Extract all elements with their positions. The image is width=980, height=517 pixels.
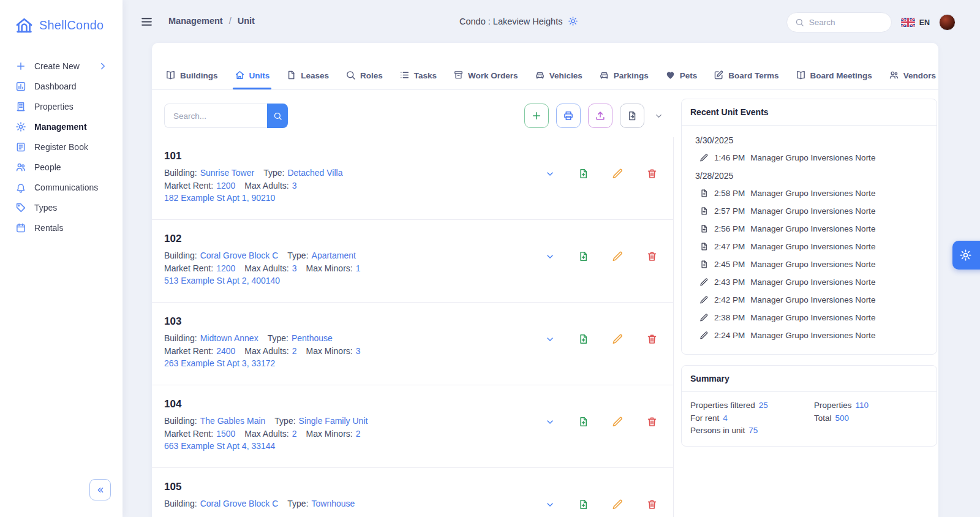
unit-list-section: 101 Building: Sunrise Tower Type: Detach… (152, 90, 674, 517)
sidebar-item[interactable]: Register Book (0, 137, 123, 157)
type-link[interactable]: Single Family Unit (299, 415, 368, 428)
type-link[interactable]: Townhouse (312, 497, 355, 510)
summary-stat: For rent 4 (690, 413, 814, 424)
add-document-icon[interactable] (578, 251, 589, 262)
building-link[interactable]: Midtown Annex (200, 332, 258, 345)
expand-unit-icon[interactable] (545, 169, 555, 179)
edit-unit-icon[interactable] (612, 251, 624, 262)
sidebar-item[interactable]: Types (0, 197, 123, 217)
edit-unit-icon[interactable] (612, 499, 624, 510)
condo-selector: Condo : Lakeview Heights (459, 16, 578, 26)
sidebar-item[interactable]: Create New (0, 56, 123, 76)
building-label: Building: (164, 249, 197, 262)
more-actions-button[interactable] (652, 104, 665, 128)
max-minors-value: 1 (356, 262, 361, 275)
unit-address-link[interactable]: 663 Example St Apt 4, 33144 (164, 440, 275, 453)
tab[interactable]: Work Orders (453, 43, 518, 89)
menu-icon[interactable] (140, 15, 153, 28)
print-button[interactable] (556, 104, 581, 128)
unit-search-button[interactable] (267, 104, 288, 128)
edit-unit-icon[interactable] (612, 416, 624, 428)
add-document-icon[interactable] (578, 168, 589, 179)
bell-icon (15, 182, 26, 193)
building-link[interactable]: Coral Grove Block C (200, 497, 279, 510)
summary-stat-value: 75 (748, 425, 758, 436)
building-link[interactable]: The Gables Main (200, 415, 266, 428)
language-switcher[interactable]: EN (901, 18, 930, 27)
tab[interactable]: Leases (286, 43, 329, 89)
summary-stat-label: Persons in unit (690, 425, 745, 436)
tab[interactable]: Board Terms (714, 43, 778, 89)
expand-unit-icon[interactable] (545, 417, 555, 427)
global-search-input[interactable] (809, 18, 883, 27)
expand-unit-icon[interactable] (545, 334, 555, 344)
tab[interactable]: Vehicles (535, 43, 582, 89)
book-open-icon (165, 70, 176, 80)
search-icon (345, 70, 356, 80)
add-document-icon[interactable] (578, 416, 589, 428)
delete-unit-icon[interactable] (646, 416, 658, 428)
max-adults-label: Max Adults: (244, 179, 288, 192)
delete-unit-icon[interactable] (646, 251, 658, 262)
add-document-icon[interactable] (578, 333, 589, 345)
sidebar-item[interactable]: Communications (0, 177, 123, 197)
tab[interactable]: Pets (665, 43, 698, 89)
add-unit-button[interactable] (524, 104, 549, 128)
upload-button[interactable] (588, 104, 612, 128)
type-link[interactable]: Apartament (312, 249, 356, 262)
unit-search-input[interactable] (164, 104, 267, 128)
tab[interactable]: Board Meetings (796, 43, 872, 89)
breadcrumb-page[interactable]: Unit (238, 16, 255, 26)
expand-unit-icon[interactable] (545, 252, 555, 262)
delete-unit-icon[interactable] (646, 499, 658, 510)
event-time: 2:58 PM (714, 189, 745, 198)
theme-settings-button[interactable] (952, 241, 980, 270)
tab[interactable]: Tasks (399, 43, 437, 89)
sidebar-item-label: Rentals (34, 223, 63, 233)
unit-row: 102 Building: Coral Grove Block C Type: … (152, 220, 673, 303)
app-logo[interactable]: ShellCondo (0, 0, 123, 35)
sidebar-item[interactable]: Properties (0, 96, 123, 116)
search-icon (795, 18, 804, 27)
edit-unit-icon[interactable] (612, 333, 624, 345)
type-label: Type: (263, 167, 284, 179)
breadcrumb-section[interactable]: Management (168, 16, 223, 26)
user-avatar[interactable] (939, 14, 956, 31)
tab[interactable]: Roles (345, 43, 383, 89)
market-rent-label: Market Rent: (164, 179, 213, 192)
unit-address-link[interactable]: 513 Example St Apt 2, 400140 (164, 274, 280, 287)
event-entry: 1:46 PM Manager Grupo Inversiones Norte (695, 149, 932, 167)
sidebar-item[interactable]: Rentals (0, 217, 123, 238)
building-label: Building: (164, 415, 197, 428)
delete-unit-icon[interactable] (646, 168, 658, 179)
tab[interactable]: Buildings (165, 43, 218, 89)
building-link[interactable]: Coral Grove Block C (200, 249, 279, 262)
delete-unit-icon[interactable] (646, 333, 658, 345)
gear-icon (15, 121, 26, 132)
list-icon (399, 70, 410, 80)
export-button[interactable] (620, 104, 644, 128)
add-document-icon[interactable] (578, 499, 589, 510)
summary-stat: Properties 110 (814, 400, 869, 411)
condo-settings-icon[interactable] (568, 16, 578, 26)
expand-unit-icon[interactable] (545, 500, 555, 510)
tab[interactable]: Vendors (889, 43, 936, 89)
event-row: 2:42 PM Manager Grupo Inversiones Norte (695, 291, 932, 309)
building-link[interactable]: Sunrise Tower (200, 167, 254, 179)
file-plus-icon (699, 260, 709, 269)
unit-address-link[interactable]: 182 Example St Apt 1, 90210 (164, 192, 275, 205)
event-user: Manager Grupo Inversiones Norte (750, 206, 875, 216)
tab[interactable]: Parkings (599, 43, 649, 89)
unit-address-link[interactable]: 263 Example St Apt 3, 33172 (164, 357, 275, 370)
type-link[interactable]: Penthouse (292, 332, 333, 345)
event-user: Manager Grupo Inversiones Norte (750, 331, 875, 340)
tab[interactable]: Units (235, 43, 270, 89)
shellcondo-logo-icon (15, 16, 34, 35)
sidebar-item[interactable]: Dashboard (0, 76, 123, 96)
sidebar-item[interactable]: People (0, 157, 123, 177)
sidebar-collapse-button[interactable] (89, 479, 111, 500)
sidebar-item[interactable]: Management (0, 116, 123, 137)
type-link[interactable]: Detached Villa (287, 167, 342, 179)
edit-unit-icon[interactable] (612, 168, 624, 179)
market-rent-label: Market Rent: (164, 428, 213, 440)
